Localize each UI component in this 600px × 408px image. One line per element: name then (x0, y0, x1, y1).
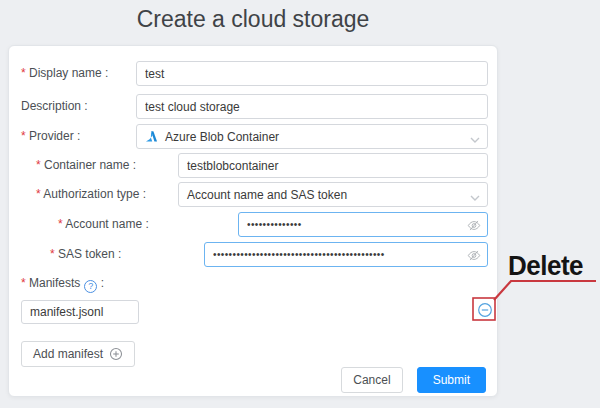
delete-annotation-label: Delete (508, 250, 583, 283)
authorization-type-select[interactable]: Account name and SAS token (178, 182, 488, 207)
eye-invisible-icon[interactable] (467, 248, 481, 266)
display-name-input[interactable] (136, 61, 488, 86)
cancel-button[interactable]: Cancel (341, 367, 402, 393)
sas-token-input[interactable] (204, 242, 488, 267)
provider-value: Azure Blob Container (165, 130, 279, 144)
container-name-input[interactable] (178, 153, 488, 178)
sas-token-field (204, 242, 488, 267)
form-footer: Cancel Submit (341, 367, 486, 393)
manifest-input[interactable] (21, 300, 139, 324)
add-manifest-button[interactable]: Add manifest (21, 341, 135, 367)
display-name-label: Display name (21, 61, 108, 86)
page-title: Create a cloud storage (8, 6, 498, 33)
account-name-label: Account name (58, 212, 149, 237)
sas-token-label: SAS token (50, 242, 121, 267)
eye-invisible-icon[interactable] (467, 218, 481, 236)
authorization-type-label: Authorization type (36, 182, 146, 207)
minus-circle-icon[interactable] (477, 302, 493, 318)
add-manifest-label: Add manifest (33, 347, 103, 361)
submit-button[interactable]: Submit (417, 367, 486, 393)
chevron-down-icon (470, 133, 480, 147)
azure-icon (145, 130, 158, 143)
plus-circle-icon (109, 347, 123, 361)
provider-label: Provider (21, 124, 80, 149)
create-cloud-storage-form: Display name Description Provider Azure … (8, 45, 498, 397)
account-name-input[interactable] (238, 212, 488, 237)
authorization-type-value: Account name and SAS token (187, 188, 347, 202)
provider-select[interactable]: Azure Blob Container (136, 124, 488, 149)
manifests-label: Manifests (21, 271, 104, 296)
question-circle-icon[interactable] (84, 280, 97, 293)
chevron-down-icon (470, 191, 480, 205)
description-label: Description (21, 94, 88, 119)
description-input[interactable] (136, 94, 488, 119)
container-name-label: Container name (36, 153, 136, 178)
account-name-field (238, 212, 488, 237)
